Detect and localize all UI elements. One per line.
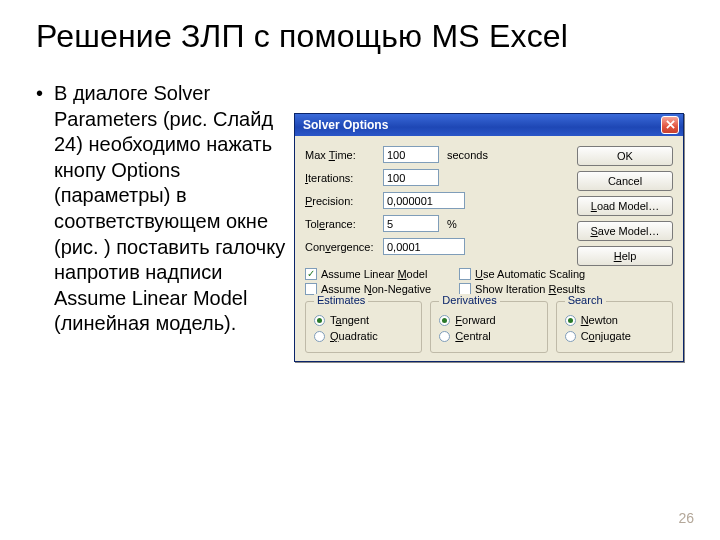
fields-column: Max Time: seconds Iterations: Precision [305, 146, 569, 266]
bullet-item: • В диалоге Solver Parameters (рис. Слай… [36, 81, 286, 337]
derivatives-group: Derivatives Forward Central [430, 301, 547, 353]
close-icon [666, 118, 675, 132]
search-group: Search Newton Conjugate [556, 301, 673, 353]
bullet-dot: • [36, 81, 54, 337]
quadratic-radio[interactable]: Quadratic [314, 330, 413, 342]
max-time-unit: seconds [445, 149, 489, 161]
precision-input[interactable] [383, 192, 465, 209]
conjugate-radio[interactable]: Conjugate [565, 330, 664, 342]
load-model-button[interactable]: Load Model… [577, 196, 673, 216]
slide: Решение ЗЛП с помощью MS Excel • В диало… [0, 0, 720, 540]
iterations-label: Iterations: [305, 172, 377, 184]
checkbox-icon [459, 268, 471, 280]
newton-radio[interactable]: Newton [565, 314, 664, 326]
convergence-label: Convergence: [305, 241, 377, 253]
dialog-title-text: Solver Options [303, 118, 661, 132]
checkbox-col-right: Use Automatic Scaling Show Iteration Res… [459, 268, 585, 295]
estimates-group: Estimates Tangent Quadratic [305, 301, 422, 353]
tolerance-row: Tolerance: % [305, 215, 569, 232]
ok-button[interactable]: OK [577, 146, 673, 166]
dialog-column: Solver Options Max Time: seco [294, 81, 684, 362]
buttons-column: OK Cancel Load Model… Save Model… Help [577, 146, 673, 266]
bullet-text: В диалоге Solver Parameters (рис. Слайд … [54, 81, 286, 337]
tolerance-label: Tolerance: [305, 218, 377, 230]
tolerance-input[interactable] [383, 215, 439, 232]
save-model-button[interactable]: Save Model… [577, 221, 673, 241]
tangent-radio[interactable]: Tangent [314, 314, 413, 326]
precision-label: Precision: [305, 195, 377, 207]
radio-icon [439, 331, 450, 342]
convergence-row: Convergence: [305, 238, 569, 255]
central-radio[interactable]: Central [439, 330, 538, 342]
max-time-input[interactable] [383, 146, 439, 163]
assume-linear-model-checkbox[interactable]: ✓ Assume Linear Model [305, 268, 431, 280]
radio-icon [439, 315, 450, 326]
precision-row: Precision: [305, 192, 569, 209]
dialog-titlebar: Solver Options [295, 114, 683, 136]
text-column: • В диалоге Solver Parameters (рис. Слай… [36, 81, 294, 337]
tolerance-unit: % [445, 218, 489, 230]
radio-icon [314, 331, 325, 342]
iterations-input[interactable] [383, 169, 439, 186]
checkbox-icon: ✓ [305, 268, 317, 280]
radio-icon [565, 331, 576, 342]
auto-scaling-checkbox[interactable]: Use Automatic Scaling [459, 268, 585, 280]
search-legend: Search [565, 294, 606, 306]
forward-radio[interactable]: Forward [439, 314, 538, 326]
help-button[interactable]: Help [577, 246, 673, 266]
max-time-row: Max Time: seconds [305, 146, 569, 163]
solver-options-dialog: Solver Options Max Time: seco [294, 113, 684, 362]
cancel-button[interactable]: Cancel [577, 171, 673, 191]
estimates-legend: Estimates [314, 294, 368, 306]
page-number: 26 [678, 510, 694, 526]
content-row: • В диалоге Solver Parameters (рис. Слай… [36, 81, 684, 362]
radio-icon [314, 315, 325, 326]
convergence-input[interactable] [383, 238, 465, 255]
checkbox-area: ✓ Assume Linear Model Assume Non-Negativ… [305, 268, 673, 295]
iterations-row: Iterations: [305, 169, 569, 186]
radio-groups: Estimates Tangent Quadratic Deriv [305, 301, 673, 353]
max-time-label: Max Time: [305, 149, 377, 161]
radio-icon [565, 315, 576, 326]
checkbox-col-left: ✓ Assume Linear Model Assume Non-Negativ… [305, 268, 431, 295]
derivatives-legend: Derivatives [439, 294, 499, 306]
dialog-body: Max Time: seconds Iterations: Precision [295, 136, 683, 361]
close-button[interactable] [661, 116, 679, 134]
slide-title: Решение ЗЛП с помощью MS Excel [36, 18, 684, 55]
fields-and-buttons: Max Time: seconds Iterations: Precision [305, 146, 673, 266]
